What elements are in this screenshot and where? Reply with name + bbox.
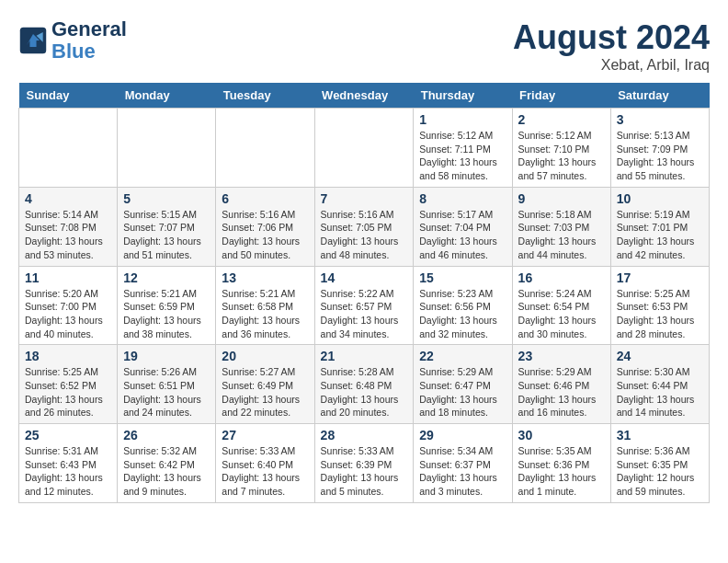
calendar-week-4: 18Sunrise: 5:25 AMSunset: 6:52 PMDayligh… <box>19 345 710 424</box>
day-info: Sunrise: 5:22 AMSunset: 6:57 PMDaylight:… <box>321 287 408 341</box>
calendar-cell: 10Sunrise: 5:19 AMSunset: 7:01 PMDayligh… <box>610 187 709 266</box>
calendar-cell: 9Sunrise: 5:18 AMSunset: 7:03 PMDaylight… <box>512 187 610 266</box>
day-number: 9 <box>518 191 605 206</box>
day-number: 8 <box>419 191 506 206</box>
calendar-cell: 30Sunrise: 5:35 AMSunset: 6:36 PMDayligh… <box>512 424 610 503</box>
calendar-cell: 19Sunrise: 5:26 AMSunset: 6:51 PMDayligh… <box>118 345 216 424</box>
title-area: August 2024 Xebat, Arbil, Iraq <box>513 18 710 74</box>
calendar-cell: 8Sunrise: 5:17 AMSunset: 7:04 PMDaylight… <box>414 187 512 266</box>
day-number: 2 <box>518 112 605 127</box>
calendar-cell <box>19 109 118 188</box>
calendar-cell: 12Sunrise: 5:21 AMSunset: 6:59 PMDayligh… <box>118 266 216 345</box>
logo: General Blue <box>18 18 127 63</box>
calendar-cell: 14Sunrise: 5:22 AMSunset: 6:57 PMDayligh… <box>314 266 414 345</box>
location: Xebat, Arbil, Iraq <box>513 57 710 74</box>
day-info: Sunrise: 5:29 AMSunset: 6:46 PMDaylight:… <box>518 365 605 419</box>
day-number: 29 <box>419 428 506 442</box>
calendar-cell: 26Sunrise: 5:32 AMSunset: 6:42 PMDayligh… <box>118 424 216 503</box>
calendar-week-1: 1Sunrise: 5:12 AMSunset: 7:11 PMDaylight… <box>19 109 710 188</box>
day-info: Sunrise: 5:25 AMSunset: 6:53 PMDaylight:… <box>617 287 703 341</box>
day-info: Sunrise: 5:17 AMSunset: 7:04 PMDaylight:… <box>419 208 506 262</box>
page-header: General Blue August 2024 Xebat, Arbil, I… <box>18 18 710 74</box>
logo-line2: Blue <box>51 40 127 63</box>
day-info: Sunrise: 5:16 AMSunset: 7:05 PMDaylight:… <box>321 208 408 262</box>
calendar-cell: 25Sunrise: 5:31 AMSunset: 6:43 PMDayligh… <box>19 424 118 503</box>
calendar-cell: 2Sunrise: 5:12 AMSunset: 7:10 PMDaylight… <box>512 109 610 188</box>
weekday-monday: Monday <box>118 83 216 109</box>
calendar-cell: 17Sunrise: 5:25 AMSunset: 6:53 PMDayligh… <box>610 266 709 345</box>
day-info: Sunrise: 5:24 AMSunset: 6:54 PMDaylight:… <box>518 287 605 341</box>
calendar-cell: 1Sunrise: 5:12 AMSunset: 7:11 PMDaylight… <box>414 109 512 188</box>
calendar-cell: 29Sunrise: 5:34 AMSunset: 6:37 PMDayligh… <box>414 424 512 503</box>
day-number: 11 <box>25 270 111 285</box>
day-number: 24 <box>617 349 703 363</box>
calendar-cell: 3Sunrise: 5:13 AMSunset: 7:09 PMDaylight… <box>610 109 709 188</box>
calendar-cell <box>216 109 314 188</box>
day-number: 17 <box>617 270 703 285</box>
weekday-sunday: Sunday <box>19 83 118 109</box>
calendar-cell: 5Sunrise: 5:15 AMSunset: 7:07 PMDaylight… <box>118 187 216 266</box>
calendar-cell: 4Sunrise: 5:14 AMSunset: 7:08 PMDaylight… <box>19 187 118 266</box>
day-number: 3 <box>617 112 703 127</box>
calendar-cell: 7Sunrise: 5:16 AMSunset: 7:05 PMDaylight… <box>314 187 414 266</box>
calendar-cell: 11Sunrise: 5:20 AMSunset: 7:00 PMDayligh… <box>19 266 118 345</box>
day-info: Sunrise: 5:27 AMSunset: 6:49 PMDaylight:… <box>222 365 308 419</box>
weekday-tuesday: Tuesday <box>216 83 314 109</box>
calendar-cell: 22Sunrise: 5:29 AMSunset: 6:47 PMDayligh… <box>414 345 512 424</box>
weekday-friday: Friday <box>512 83 610 109</box>
day-info: Sunrise: 5:35 AMSunset: 6:36 PMDaylight:… <box>518 444 605 499</box>
day-number: 19 <box>123 349 210 363</box>
calendar-table: SundayMondayTuesdayWednesdayThursdayFrid… <box>18 83 710 503</box>
calendar-cell: 21Sunrise: 5:28 AMSunset: 6:48 PMDayligh… <box>314 345 414 424</box>
day-number: 21 <box>321 349 408 363</box>
day-number: 4 <box>25 191 111 206</box>
day-number: 27 <box>222 428 308 442</box>
day-info: Sunrise: 5:12 AMSunset: 7:11 PMDaylight:… <box>419 129 506 183</box>
calendar-cell: 31Sunrise: 5:36 AMSunset: 6:35 PMDayligh… <box>610 424 709 503</box>
day-info: Sunrise: 5:23 AMSunset: 6:56 PMDaylight:… <box>419 287 506 341</box>
calendar-cell: 23Sunrise: 5:29 AMSunset: 6:46 PMDayligh… <box>512 345 610 424</box>
day-number: 6 <box>222 191 308 206</box>
calendar-cell: 20Sunrise: 5:27 AMSunset: 6:49 PMDayligh… <box>216 345 314 424</box>
day-number: 23 <box>518 349 605 363</box>
day-number: 16 <box>518 270 605 285</box>
day-number: 14 <box>321 270 408 285</box>
calendar-cell: 16Sunrise: 5:24 AMSunset: 6:54 PMDayligh… <box>512 266 610 345</box>
day-number: 18 <box>25 349 111 363</box>
day-info: Sunrise: 5:34 AMSunset: 6:37 PMDaylight:… <box>419 444 506 499</box>
calendar-cell: 18Sunrise: 5:25 AMSunset: 6:52 PMDayligh… <box>19 345 118 424</box>
day-info: Sunrise: 5:32 AMSunset: 6:42 PMDaylight:… <box>123 444 210 499</box>
calendar-week-5: 25Sunrise: 5:31 AMSunset: 6:43 PMDayligh… <box>19 424 710 503</box>
calendar-cell: 13Sunrise: 5:21 AMSunset: 6:58 PMDayligh… <box>216 266 314 345</box>
day-number: 22 <box>419 349 506 363</box>
weekday-saturday: Saturday <box>610 83 709 109</box>
day-info: Sunrise: 5:14 AMSunset: 7:08 PMDaylight:… <box>25 208 111 262</box>
calendar-cell: 28Sunrise: 5:33 AMSunset: 6:39 PMDayligh… <box>314 424 414 503</box>
day-info: Sunrise: 5:18 AMSunset: 7:03 PMDaylight:… <box>518 208 605 262</box>
calendar-cell <box>314 109 414 188</box>
day-info: Sunrise: 5:33 AMSunset: 6:40 PMDaylight:… <box>222 444 308 499</box>
logo-icon <box>18 26 48 55</box>
day-info: Sunrise: 5:12 AMSunset: 7:10 PMDaylight:… <box>518 129 605 183</box>
calendar-week-2: 4Sunrise: 5:14 AMSunset: 7:08 PMDaylight… <box>19 187 710 266</box>
calendar-cell: 24Sunrise: 5:30 AMSunset: 6:44 PMDayligh… <box>610 345 709 424</box>
calendar-cell: 6Sunrise: 5:16 AMSunset: 7:06 PMDaylight… <box>216 187 314 266</box>
day-number: 7 <box>321 191 408 206</box>
day-info: Sunrise: 5:21 AMSunset: 6:58 PMDaylight:… <box>222 287 308 341</box>
day-number: 30 <box>518 428 605 442</box>
day-info: Sunrise: 5:16 AMSunset: 7:06 PMDaylight:… <box>222 208 308 262</box>
calendar-body: 1Sunrise: 5:12 AMSunset: 7:11 PMDaylight… <box>19 109 710 503</box>
day-info: Sunrise: 5:25 AMSunset: 6:52 PMDaylight:… <box>25 365 111 419</box>
day-number: 31 <box>617 428 703 442</box>
day-info: Sunrise: 5:33 AMSunset: 6:39 PMDaylight:… <box>321 444 408 499</box>
day-info: Sunrise: 5:13 AMSunset: 7:09 PMDaylight:… <box>617 129 703 183</box>
day-info: Sunrise: 5:20 AMSunset: 7:00 PMDaylight:… <box>25 287 111 341</box>
day-number: 28 <box>321 428 408 442</box>
day-info: Sunrise: 5:31 AMSunset: 6:43 PMDaylight:… <box>25 444 111 499</box>
day-number: 20 <box>222 349 308 363</box>
weekday-header-row: SundayMondayTuesdayWednesdayThursdayFrid… <box>19 83 710 109</box>
day-number: 1 <box>419 112 506 127</box>
day-number: 15 <box>419 270 506 285</box>
logo-line1: General <box>51 18 127 40</box>
day-info: Sunrise: 5:28 AMSunset: 6:48 PMDaylight:… <box>321 365 408 419</box>
